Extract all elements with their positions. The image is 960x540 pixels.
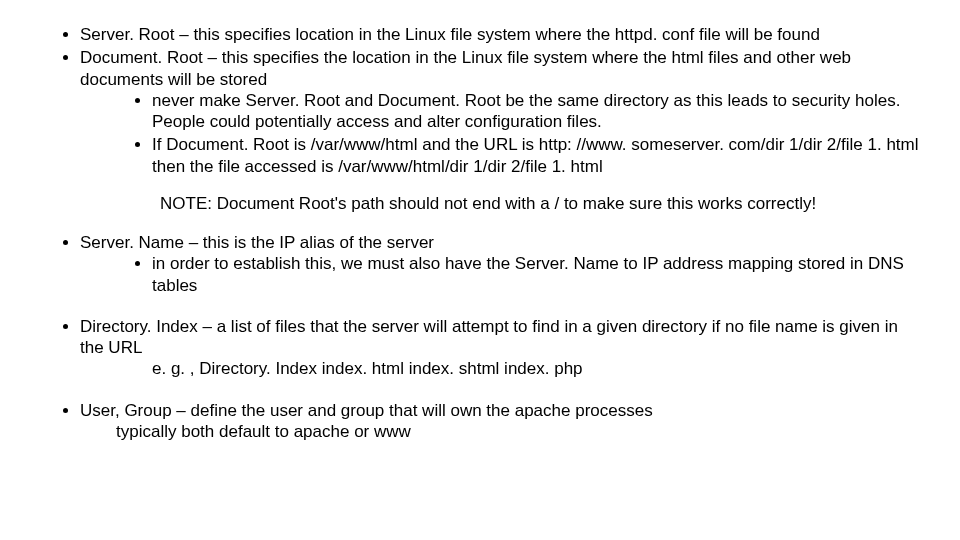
bullet-server-root: Server. Root – this specifies location i…: [80, 24, 920, 45]
text: If Document. Root is /var/www/html and t…: [152, 135, 919, 175]
text: in order to establish this, we must also…: [152, 254, 904, 294]
text: Server. Root – this specifies location i…: [80, 25, 820, 44]
text: Document. Root – this specifies the loca…: [80, 48, 851, 88]
bullet-list-dirindex: Directory. Index – a list of files that …: [40, 316, 920, 380]
user-group-note: typically both default to apache or www: [80, 421, 920, 442]
sub-list: in order to establish this, we must also…: [80, 253, 920, 296]
example-line: e. g. , Directory. Index index. html ind…: [80, 358, 920, 379]
text: Directory. Index – a list of files that …: [80, 317, 898, 357]
bullet-directory-index: Directory. Index – a list of files that …: [80, 316, 920, 380]
bullet-user-group: User, Group – define the user and group …: [80, 400, 920, 443]
sub-never-same-dir: never make Server. Root and Document. Ro…: [152, 90, 920, 133]
sub-docroot-example: If Document. Root is /var/www/html and t…: [152, 134, 920, 177]
text: User, Group – define the user and group …: [80, 401, 653, 420]
note-line: NOTE: Document Root's path should not en…: [160, 193, 920, 214]
sub-dns-mapping: in order to establish this, we must also…: [152, 253, 920, 296]
bullet-list-mid: Server. Name – this is the IP alias of t…: [40, 232, 920, 296]
text: Server. Name – this is the IP alias of t…: [80, 233, 434, 252]
bullet-server-name: Server. Name – this is the IP alias of t…: [80, 232, 920, 296]
sub-list: never make Server. Root and Document. Ro…: [80, 90, 920, 177]
bullet-document-root: Document. Root – this specifies the loca…: [80, 47, 920, 177]
bullet-list-top: Server. Root – this specifies location i…: [40, 24, 920, 177]
document-body: Server. Root – this specifies location i…: [0, 0, 960, 442]
bullet-list-usergroup: User, Group – define the user and group …: [40, 400, 920, 443]
text: never make Server. Root and Document. Ro…: [152, 91, 900, 131]
